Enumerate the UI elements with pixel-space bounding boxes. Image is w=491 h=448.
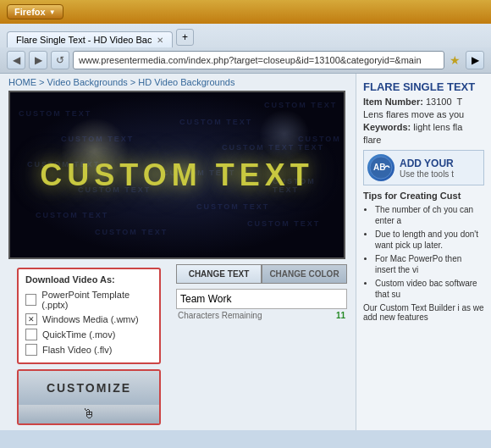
cursor-indicator: 🖰 [19, 405, 159, 423]
bottom-controls: Download Video As: PowerPoint Template (… [8, 264, 347, 430]
tips-list: The number of ch you can enter a Due to … [363, 204, 484, 300]
go-button[interactable]: ▶ [466, 51, 484, 69]
tip-2: Due to length and you don't want pick up… [375, 229, 484, 251]
refresh-button[interactable]: ↺ [51, 51, 69, 69]
forward-button[interactable]: ▶ [29, 51, 47, 69]
breadcrumb-home[interactable]: HOME [8, 77, 36, 87]
item-number-value: 13100 [426, 97, 452, 107]
video-main-text: CUSTOM TEXT [40, 158, 313, 193]
breadcrumb: HOME > Video Backgrounds > HD Video Back… [0, 74, 356, 91]
keywords-label: Keywords: [363, 122, 411, 132]
browser-chrome: Flare Single Text - HD Video Background.… [0, 24, 491, 74]
tip-1: The number of ch you can enter a [375, 204, 484, 226]
customize-button[interactable]: CUSTOMIZE [19, 371, 159, 405]
breadcrumb-sep1: > [39, 77, 44, 87]
address-bar[interactable]: www.presentermedia.com/index.php?target=… [73, 51, 444, 69]
firefox-titlebar: Firefox ▼ [0, 0, 491, 24]
info-title: FLARE SINGLE TEXT [363, 80, 484, 93]
download-label-wmv: Windows Media (.wmv) [42, 314, 139, 324]
breadcrumb-sep2: > [130, 77, 135, 87]
video-text-overlay: CUSTOM TEXT [10, 92, 344, 257]
tip-3: For Mac PowerPo then insert the vi [375, 253, 484, 275]
download-option-pptx[interactable]: PowerPoint Template (.pptx) [25, 288, 152, 312]
checkbox-pptx[interactable] [25, 294, 36, 306]
checkbox-mov[interactable] [25, 329, 37, 340]
chars-remaining-row: Characters Remaining 11 [176, 311, 347, 320]
tips-title: Tips for Creating Cust [363, 191, 484, 201]
firefox-button[interactable]: Firefox ▼ [7, 4, 63, 19]
add-your-section: AB ADD YOUR Use the tools t [363, 150, 484, 185]
download-title: Download Video As: [25, 274, 152, 285]
download-label-flv: Flash Video (.flv) [42, 345, 112, 355]
keywords-value: light lens fla [413, 122, 462, 132]
tip-4: Custom video bac software that su [375, 278, 484, 300]
add-your-content: ADD YOUR Use the tools t [400, 158, 454, 179]
breadcrumb-hd[interactable]: HD Video Backgrounds [138, 77, 234, 87]
svg-text:AB: AB [373, 163, 385, 172]
custom-bac-text: Our Custom Text Builder i as we add new … [363, 303, 484, 322]
text-input-area: Characters Remaining 11 [176, 289, 347, 320]
checkbox-flv[interactable] [25, 344, 37, 356]
download-label-pptx: PowerPoint Template (.pptx) [41, 290, 152, 310]
download-section: Download Video As: PowerPoint Template (… [17, 268, 161, 364]
tab-bar: Flare Single Text - HD Video Background.… [0, 24, 491, 47]
firefox-arrow: ▼ [49, 8, 56, 16]
bookmark-star-icon[interactable]: ★ [448, 53, 462, 67]
text-input-field[interactable] [176, 289, 347, 309]
keywords-cont: flare [363, 135, 484, 145]
customize-section: CUSTOMIZE 🖰 [17, 369, 161, 425]
item-number-label: Item Number: [363, 97, 423, 107]
tab-buttons: CHANGE TEXT CHANGE COLOR [176, 264, 347, 284]
left-panel: HOME > Video Backgrounds > HD Video Back… [0, 74, 356, 430]
main-content: HOME > Video Backgrounds > HD Video Back… [0, 74, 491, 430]
change-text-color-panel: CHANGE TEXT CHANGE COLOR Characters Rema… [169, 264, 347, 430]
address-text: www.presentermedia.com/index.php?target=… [79, 55, 422, 65]
tab-close-button[interactable]: ✕ [157, 36, 163, 45]
breadcrumb-videos[interactable]: Video Backgrounds [47, 77, 128, 87]
item-number: Item Number: 13100 T [363, 97, 484, 107]
firefox-label: Firefox [14, 7, 46, 17]
download-customize-section: Download Video As: PowerPoint Template (… [8, 264, 169, 430]
checkbox-wmv[interactable]: ✕ [25, 313, 37, 325]
download-label-mov: QuickTime (.mov) [42, 329, 115, 340]
chars-count: 11 [336, 311, 345, 320]
back-button[interactable]: ◀ [7, 51, 25, 69]
download-option-flv[interactable]: Flash Video (.flv) [25, 342, 152, 357]
video-preview: CUSTOM TEXT CUSTOM TEXT CUSTOM TEXT CUST… [8, 91, 345, 259]
download-option-wmv[interactable]: ✕ Windows Media (.wmv) [25, 312, 152, 327]
info-panel: FLARE SINGLE TEXT Item Number: 13100 T L… [356, 74, 491, 430]
keywords: Keywords: light lens fla [363, 122, 484, 132]
change-color-tab[interactable]: CHANGE COLOR [262, 264, 347, 284]
new-tab-button[interactable]: + [176, 29, 194, 46]
download-option-mov[interactable]: QuickTime (.mov) [25, 327, 152, 342]
chars-label: Characters Remaining [178, 311, 262, 320]
add-your-label: ADD YOUR [400, 158, 454, 169]
description: Lens flares move as you [363, 109, 484, 119]
tab-title: Flare Single Text - HD Video Background.… [16, 35, 152, 45]
add-your-sub: Use the tools t [400, 169, 454, 179]
address-bar-row: ◀ ▶ ↺ www.presentermedia.com/index.php?t… [0, 47, 491, 73]
change-text-tab[interactable]: CHANGE TEXT [176, 264, 262, 284]
active-tab[interactable]: Flare Single Text - HD Video Background.… [7, 31, 173, 47]
ab-icon: AB [367, 154, 394, 181]
